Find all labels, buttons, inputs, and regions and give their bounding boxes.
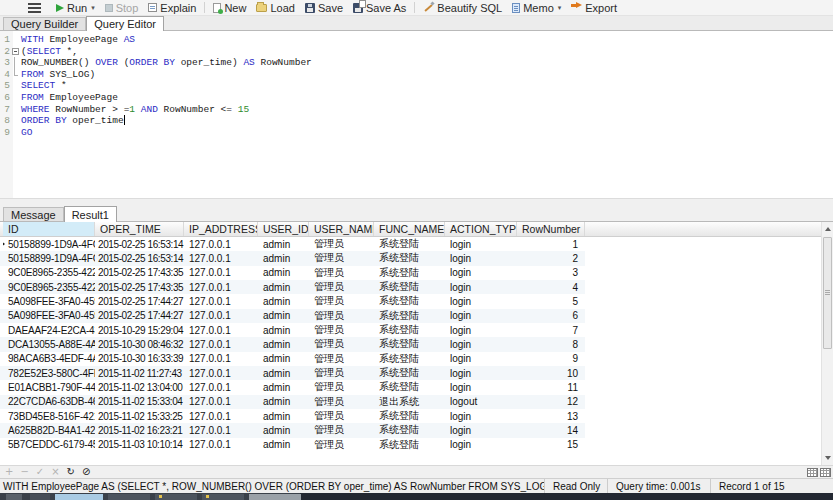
table-cell[interactable]: 管理员 [309, 280, 374, 294]
table-cell[interactable]: 管理员 [309, 380, 374, 394]
table-cell[interactable]: 127.0.0.1 [184, 337, 258, 351]
table-cell[interactable]: 782E52E3-580C-4FB [3, 366, 95, 380]
explain-button[interactable]: Explain [143, 0, 201, 16]
column-header-action_type[interactable]: ACTION_TYPE [445, 222, 517, 236]
table-cell[interactable]: admin [258, 266, 309, 280]
load-button[interactable]: Load [251, 0, 299, 16]
table-cell[interactable]: 管理员 [309, 366, 374, 380]
taskbar-button[interactable] [30, 494, 50, 500]
save-button[interactable]: Save [300, 0, 348, 16]
table-cell[interactable]: admin [258, 280, 309, 294]
table-cell[interactable]: login [445, 409, 517, 423]
table-cell[interactable]: 1 [517, 237, 585, 251]
table-cell[interactable]: 5A098FEE-3FA0-459 [3, 309, 95, 323]
code-line[interactable]: 9GO [0, 127, 833, 139]
table-cell[interactable]: 127.0.0.1 [184, 352, 258, 366]
insert-record-icon[interactable]: + [5, 467, 13, 477]
table-cell[interactable]: 127.0.0.1 [184, 423, 258, 437]
grid-view-icon[interactable] [807, 468, 818, 477]
table-cell[interactable]: 127.0.0.1 [184, 237, 258, 251]
code-line[interactable]: 7WHERE RowNumber > =1 AND RowNumber <= 1… [0, 104, 833, 116]
table-cell[interactable]: admin [258, 438, 309, 452]
column-header-ip_addtress[interactable]: IP_ADDTRESS [184, 222, 258, 236]
table-row[interactable]: 50158899-1D9A-4FC2015-02-25 16:53:14127.… [0, 237, 585, 251]
sql-editor[interactable]: 1WITH EmployeePage AS2(SELECT *,3ROW_NUM… [0, 31, 833, 198]
table-cell[interactable]: 11 [517, 380, 585, 394]
table-cell[interactable]: 2015-10-30 16:33:39 [95, 352, 184, 366]
table-cell[interactable]: login [445, 309, 517, 323]
memo-button[interactable]: Memo ▾ [507, 0, 566, 16]
table-cell[interactable]: 管理员 [309, 337, 374, 351]
delete-record-icon[interactable]: − [20, 467, 28, 477]
run-dropdown-icon[interactable]: ▾ [91, 4, 95, 12]
table-cell[interactable]: 127.0.0.1 [184, 438, 258, 452]
table-cell[interactable]: 系统登陆 [374, 323, 445, 337]
table-cell[interactable]: 管理员 [309, 395, 374, 409]
table-cell[interactable]: 5A098FEE-3FA0-459 [3, 294, 95, 308]
new-button[interactable]: New [208, 0, 251, 16]
table-row[interactable]: 9C0E8965-2355-4222015-02-25 17:43:35127.… [0, 280, 585, 294]
table-cell[interactable]: login [445, 366, 517, 380]
table-cell[interactable]: login [445, 352, 517, 366]
table-cell[interactable]: 系统登陆 [374, 409, 445, 423]
post-edit-icon[interactable]: ✓ [36, 467, 44, 477]
table-cell[interactable]: 2015-11-03 10:10:14 [95, 438, 184, 452]
taskbar-button[interactable] [202, 494, 244, 500]
table-cell[interactable]: 管理员 [309, 294, 374, 308]
form-view-icon[interactable] [820, 468, 831, 477]
table-row[interactable]: 50158899-1D9A-4FC2015-02-25 16:53:14127.… [0, 251, 585, 265]
code-line[interactable]: 1WITH EmployeePage AS [0, 34, 833, 46]
table-cell[interactable]: 12 [517, 395, 585, 409]
table-cell[interactable]: 管理员 [309, 266, 374, 280]
column-header-rownumber[interactable]: RowNumber [517, 222, 585, 236]
table-cell[interactable]: 13 [517, 409, 585, 423]
table-cell[interactable]: 73BD45E8-516F-421 [3, 409, 95, 423]
table-cell[interactable]: 127.0.0.1 [184, 366, 258, 380]
table-cell[interactable]: admin [258, 237, 309, 251]
table-cell[interactable]: admin [258, 337, 309, 351]
table-cell[interactable]: admin [258, 409, 309, 423]
table-cell[interactable]: login [445, 266, 517, 280]
code-line[interactable]: 6FROM EmployeePage [0, 92, 833, 104]
table-cell[interactable]: login [445, 438, 517, 452]
table-cell[interactable]: login [445, 280, 517, 294]
table-cell[interactable]: login [445, 423, 517, 437]
table-cell[interactable]: 退出系统 [374, 395, 445, 409]
table-cell[interactable]: DCA13055-A88E-4A [3, 337, 95, 351]
table-cell[interactable]: 14 [517, 423, 585, 437]
column-header-id[interactable]: ID [3, 222, 95, 236]
table-cell[interactable]: 3 [517, 266, 585, 280]
table-cell[interactable]: 系统登陆 [374, 366, 445, 380]
table-cell[interactable]: DAEAAF24-E2CA-43- [3, 323, 95, 337]
table-cell[interactable]: admin [258, 395, 309, 409]
tab-query-editor[interactable]: Query Editor [86, 16, 164, 31]
cancel-edit-icon[interactable]: × [51, 467, 59, 477]
table-row[interactable]: 73BD45E8-516F-4212015-11-02 15:33:25127.… [0, 409, 585, 423]
beautify-sql-button[interactable]: Beautify SQL [418, 0, 507, 16]
table-cell[interactable]: 2015-02-25 17:43:35 [95, 266, 184, 280]
table-cell[interactable]: admin [258, 366, 309, 380]
table-cell[interactable]: 4 [517, 280, 585, 294]
table-cell[interactable]: login [445, 323, 517, 337]
table-cell[interactable]: admin [258, 423, 309, 437]
table-cell[interactable]: 系统登陆 [374, 294, 445, 308]
table-cell[interactable]: E01ACBB1-790F-449 [3, 380, 95, 394]
table-cell[interactable]: 127.0.0.1 [184, 280, 258, 294]
taskbar-button-active[interactable] [55, 494, 103, 500]
table-cell[interactable]: logout [445, 395, 517, 409]
menu-icon[interactable] [28, 3, 41, 13]
table-cell[interactable]: 管理员 [309, 423, 374, 437]
scroll-up-icon[interactable] [825, 227, 831, 231]
refresh-icon[interactable]: ↻ [67, 467, 75, 477]
code-line[interactable]: 8ORDER BY oper_time [0, 115, 833, 127]
run-button[interactable]: Run ▾ [51, 0, 100, 16]
table-row[interactable]: 5A098FEE-3FA0-4592015-02-25 17:44:27127.… [0, 294, 585, 308]
table-cell[interactable]: 98ACA6B3-4EDF-4AI [3, 352, 95, 366]
table-cell[interactable]: 127.0.0.1 [184, 266, 258, 280]
code-line[interactable]: 4FROM SYS_LOG) [0, 69, 833, 81]
scroll-down-icon[interactable] [825, 456, 831, 460]
table-cell[interactable]: 10 [517, 366, 585, 380]
table-cell[interactable]: admin [258, 380, 309, 394]
table-cell[interactable]: 2015-10-29 15:29:04 [95, 323, 184, 337]
table-cell[interactable]: 2015-02-25 17:43:35 [95, 280, 184, 294]
